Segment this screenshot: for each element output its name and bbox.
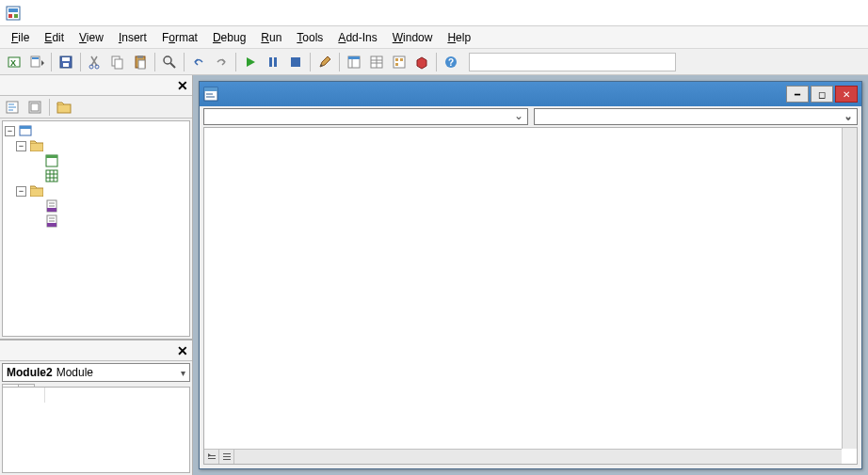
vba-app-icon: [6, 6, 21, 21]
maximize-button[interactable]: ◻: [811, 86, 833, 103]
menu-view[interactable]: View: [72, 29, 111, 46]
minimize-button[interactable]: ━: [786, 86, 809, 103]
svg-rect-17: [138, 60, 145, 69]
module-icon: [44, 214, 59, 228]
find-button[interactable]: [159, 52, 180, 72]
workbook-icon: [44, 154, 59, 167]
procedure-view-button[interactable]: [204, 450, 219, 465]
module-icon: [44, 199, 59, 213]
worksheet-icon: [44, 169, 59, 182]
tree-folder-excel[interactable]: −: [3, 138, 189, 153]
copy-button[interactable]: [107, 52, 128, 72]
svg-rect-7: [32, 57, 39, 59]
menu-insert[interactable]: Insert: [111, 29, 154, 46]
paste-button[interactable]: [130, 52, 151, 72]
toolbox-button[interactable]: [411, 52, 432, 72]
project-icon: [18, 124, 33, 137]
svg-rect-30: [394, 56, 405, 68]
break-button[interactable]: [263, 52, 283, 72]
svg-rect-63: [204, 87, 217, 91]
collapse-icon[interactable]: −: [16, 141, 26, 151]
svg-rect-44: [20, 126, 31, 129]
full-module-view-button[interactable]: [219, 450, 234, 465]
svg-rect-16: [137, 55, 143, 58]
code-window: ━ ◻ ✕ ⌄: [199, 81, 862, 469]
svg-rect-24: [348, 56, 360, 59]
property-value[interactable]: [45, 388, 47, 403]
svg-rect-61: [47, 223, 56, 227]
tree-thisworkbook[interactable]: [3, 153, 189, 168]
view-selector: [204, 449, 236, 464]
code-window-icon: [203, 87, 218, 102]
procedure-dropdown[interactable]: ⌄: [534, 108, 859, 125]
menu-help[interactable]: Help: [440, 29, 478, 46]
collapse-icon[interactable]: −: [5, 126, 15, 136]
redo-button[interactable]: [211, 52, 232, 72]
properties-grid[interactable]: [2, 387, 190, 473]
project-panel-header: ✕: [0, 75, 192, 96]
run-button[interactable]: [240, 52, 261, 72]
svg-text:X: X: [10, 58, 16, 68]
insert-module-dropdown[interactable]: [26, 52, 47, 72]
svg-rect-32: [400, 58, 403, 61]
menu-debug[interactable]: Debug: [205, 29, 253, 46]
svg-rect-41: [31, 103, 39, 111]
close-button[interactable]: ✕: [835, 86, 858, 103]
tree-root[interactable]: −: [3, 123, 189, 138]
code-window-titlebar[interactable]: ━ ◻ ✕: [200, 82, 861, 106]
folder-icon: [29, 184, 44, 198]
menu-tools[interactable]: Tools: [289, 29, 330, 46]
project-panel-close-icon[interactable]: ✕: [177, 78, 188, 93]
tree-sheet1[interactable]: [3, 168, 189, 183]
svg-rect-20: [269, 57, 272, 67]
menu-file[interactable]: File: [4, 29, 37, 46]
menu-window[interactable]: Window: [385, 29, 441, 46]
properties-panel-close-icon[interactable]: ✕: [177, 343, 188, 358]
tree-folder-modules[interactable]: −: [3, 183, 189, 198]
project-explorer-button[interactable]: [344, 52, 364, 72]
svg-rect-48: [46, 170, 57, 182]
svg-rect-2: [8, 14, 12, 18]
code-editor[interactable]: [203, 127, 858, 465]
svg-rect-14: [115, 59, 122, 69]
tree-module2[interactable]: [3, 214, 189, 229]
view-excel-button[interactable]: X: [4, 52, 24, 72]
view-object-button[interactable]: [24, 97, 45, 118]
menu-run[interactable]: Run: [253, 29, 289, 46]
design-mode-button[interactable]: [314, 52, 335, 72]
svg-rect-31: [395, 58, 398, 61]
menu-edit[interactable]: Edit: [37, 29, 72, 46]
svg-rect-45: [30, 143, 43, 151]
vertical-scrollbar[interactable]: [842, 128, 857, 449]
properties-object-combo[interactable]: Module2 Module: [2, 363, 190, 382]
svg-rect-69: [223, 456, 231, 457]
save-button[interactable]: [56, 52, 76, 72]
svg-rect-10: [63, 63, 69, 67]
view-code-button[interactable]: [2, 97, 23, 118]
folder-icon: [29, 139, 44, 152]
svg-rect-47: [46, 155, 57, 158]
project-tree[interactable]: − − −: [2, 120, 190, 337]
svg-rect-22: [291, 57, 300, 67]
cut-button[interactable]: [85, 52, 105, 72]
svg-rect-33: [395, 63, 398, 66]
properties-window-button[interactable]: [366, 52, 387, 72]
svg-rect-9: [62, 57, 70, 61]
horizontal-scrollbar[interactable]: [236, 449, 842, 464]
menu-format[interactable]: Format: [154, 29, 205, 46]
help-button[interactable]: ?: [441, 52, 461, 72]
collapse-icon[interactable]: −: [16, 186, 26, 197]
property-row[interactable]: [3, 388, 189, 403]
toggle-folders-button[interactable]: [54, 97, 74, 118]
svg-line-19: [170, 63, 175, 68]
menu-addins[interactable]: Add-Ins: [330, 29, 384, 46]
svg-rect-53: [30, 188, 43, 197]
reset-button[interactable]: [285, 52, 306, 72]
object-combropdown[interactable]: [203, 108, 528, 125]
property-name: [3, 388, 45, 403]
undo-button[interactable]: [188, 52, 209, 72]
menubar: File Edit View Insert Format Debug Run T…: [0, 26, 868, 49]
object-browser-button[interactable]: [389, 52, 410, 72]
tree-module1[interactable]: [3, 198, 189, 214]
svg-rect-70: [223, 459, 231, 460]
